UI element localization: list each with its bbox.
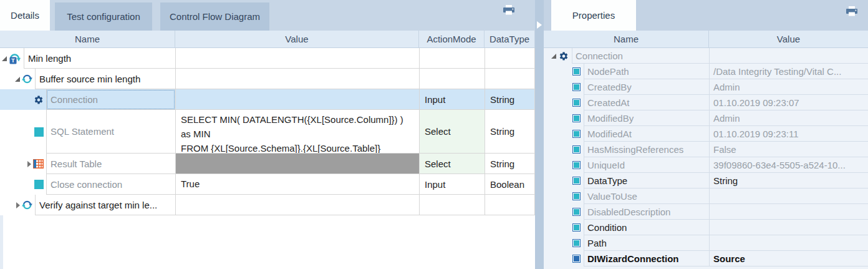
property-value-cell[interactable]: 01.10.2019 09:23:07 bbox=[709, 95, 868, 110]
property-row[interactable]: CreatedAt01.10.2019 09:23:07 bbox=[544, 95, 868, 110]
column-header-name[interactable]: Name bbox=[0, 31, 175, 47]
action-mode-cell[interactable] bbox=[419, 195, 485, 215]
row-value-cell[interactable] bbox=[175, 69, 419, 89]
action-mode-cell[interactable]: Select bbox=[419, 110, 485, 154]
property-row[interactable]: DataTypeString bbox=[544, 173, 868, 188]
property-value-cell[interactable]: String bbox=[709, 173, 868, 188]
property-icon bbox=[572, 67, 581, 76]
property-value-cell[interactable]: Admin bbox=[709, 110, 868, 126]
property-row[interactable]: DIWizardConnectionSource bbox=[544, 251, 868, 267]
property-value-cell[interactable]: 39f09860-63e4-5505-a524-10... bbox=[709, 157, 868, 173]
expander-icon[interactable] bbox=[2, 56, 7, 61]
property-value-cell[interactable] bbox=[709, 235, 868, 251]
property-value-cell[interactable]: 01.10.2019 09:23:11 bbox=[709, 126, 868, 142]
property-name-cell[interactable]: NodePath bbox=[584, 64, 709, 79]
property-row[interactable]: DisabledDescription bbox=[544, 204, 868, 220]
property-value-cell[interactable]: False bbox=[709, 142, 868, 157]
row-value-cell[interactable] bbox=[175, 48, 419, 69]
column-header-name[interactable]: Name bbox=[544, 31, 709, 47]
printer-icon[interactable] bbox=[502, 5, 516, 17]
data-type-cell[interactable]: String bbox=[485, 110, 535, 154]
property-name-cell[interactable]: DIWizardConnection bbox=[584, 251, 709, 267]
data-type-cell[interactable]: Boolean bbox=[485, 174, 535, 195]
expander-icon[interactable] bbox=[15, 77, 20, 82]
property-value-cell[interactable]: Admin bbox=[709, 79, 868, 95]
table-row[interactable]: Result TableSelectString bbox=[0, 154, 535, 174]
tab-details[interactable]: Details bbox=[0, 0, 50, 31]
property-row[interactable]: Condition bbox=[544, 220, 868, 235]
action-mode-cell[interactable]: Input bbox=[419, 174, 485, 195]
property-row[interactable]: NodePath/Data Integrity Testing/Vital C.… bbox=[544, 64, 868, 79]
property-name-cell[interactable]: Path bbox=[584, 235, 709, 251]
property-name-cell[interactable]: ModifiedAt bbox=[584, 126, 709, 142]
tree-indent bbox=[544, 48, 572, 64]
column-header-datatype[interactable]: DataType bbox=[485, 31, 535, 47]
action-mode-cell[interactable]: Input bbox=[419, 89, 485, 110]
property-row[interactable]: ModifiedByAdmin bbox=[544, 110, 868, 126]
property-row[interactable]: ValueToUse bbox=[544, 188, 868, 204]
row-value-cell[interactable] bbox=[175, 154, 419, 174]
property-name-cell[interactable]: CreatedBy bbox=[584, 79, 709, 95]
row-value-cell[interactable]: SELECT MIN( DATALENGTH({XL[Source.Column… bbox=[175, 110, 419, 154]
property-name-cell[interactable]: Condition bbox=[584, 220, 709, 235]
property-row[interactable]: CreatedByAdmin bbox=[544, 79, 868, 95]
table-row[interactable]: Close connectionTrueInputBoolean bbox=[0, 174, 535, 195]
property-icon bbox=[572, 83, 581, 91]
property-name-cell[interactable]: ModifiedBy bbox=[584, 110, 709, 126]
property-name-cell[interactable]: ValueToUse bbox=[584, 188, 709, 204]
data-type-cell[interactable] bbox=[485, 195, 535, 215]
row-name-cell[interactable]: Connection bbox=[46, 89, 175, 110]
property-name-cell[interactable]: DisabledDescription bbox=[584, 204, 709, 220]
property-row[interactable]: HasMissingReferencesFalse bbox=[544, 142, 868, 157]
action-mode-cell[interactable]: Select bbox=[419, 154, 485, 174]
printer-icon[interactable] bbox=[845, 6, 859, 19]
right-tabstrip: Properties bbox=[544, 0, 868, 31]
collapse-panel-arrow-icon[interactable] bbox=[537, 21, 542, 29]
expander-icon[interactable] bbox=[16, 202, 20, 208]
tab-test-configuration[interactable]: Test configuration bbox=[55, 2, 152, 31]
property-value-cell[interactable] bbox=[709, 220, 868, 235]
property-name-cell[interactable]: UniqueId bbox=[584, 157, 709, 173]
data-type-cell[interactable] bbox=[485, 69, 535, 89]
tab-properties[interactable]: Properties bbox=[551, 0, 636, 31]
property-name-cell[interactable]: CreatedAt bbox=[584, 95, 709, 110]
table-row[interactable]: ConnectionInputString bbox=[0, 89, 535, 110]
property-value-cell[interactable] bbox=[709, 204, 868, 220]
column-header-value[interactable]: Value bbox=[175, 31, 419, 47]
row-value-cell[interactable] bbox=[175, 195, 419, 215]
row-name-cell[interactable]: Close connection bbox=[46, 174, 175, 195]
property-value-cell[interactable]: /Data Integrity Testing/Vital C... bbox=[709, 64, 868, 79]
property-row[interactable]: Path bbox=[544, 235, 868, 251]
property-value-cell[interactable] bbox=[709, 188, 868, 204]
property-name-cell[interactable]: DataType bbox=[584, 173, 709, 188]
expander-icon[interactable] bbox=[27, 161, 31, 167]
panel-splitter[interactable] bbox=[535, 0, 544, 269]
row-value-cell[interactable]: True bbox=[175, 174, 419, 195]
action-mode-cell[interactable] bbox=[419, 48, 485, 69]
expander-icon[interactable] bbox=[551, 54, 556, 59]
property-row[interactable]: UniqueId39f09860-63e4-5505-a524-10... bbox=[544, 157, 868, 173]
table-row[interactable]: TMin length bbox=[0, 48, 535, 69]
table-row[interactable]: Verify against target min le... bbox=[0, 195, 535, 215]
column-header-value[interactable]: Value bbox=[709, 31, 868, 47]
row-name-cell[interactable]: Result Table bbox=[46, 154, 175, 174]
property-value-cell[interactable]: Source bbox=[709, 251, 868, 267]
property-row[interactable]: Connection bbox=[544, 48, 868, 64]
data-type-cell[interactable]: String bbox=[485, 89, 535, 110]
data-type-cell[interactable] bbox=[485, 48, 535, 69]
row-value-cell[interactable] bbox=[175, 89, 419, 110]
row-name-cell[interactable]: Verify against target min le... bbox=[35, 195, 175, 215]
property-row[interactable]: ModifiedAt01.10.2019 09:23:11 bbox=[544, 126, 868, 142]
property-name-cell[interactable]: HasMissingReferences bbox=[584, 142, 709, 157]
row-name-cell[interactable]: SQL Statement bbox=[46, 110, 175, 154]
row-name-cell[interactable]: Buffer source min length bbox=[35, 69, 175, 89]
tab-control-flow-diagram[interactable]: Control Flow Diagram bbox=[160, 2, 269, 31]
table-row[interactable]: SQL StatementSELECT MIN( DATALENGTH({XL[… bbox=[0, 110, 535, 154]
property-name-cell[interactable]: Connection bbox=[572, 48, 709, 64]
table-row[interactable]: Buffer source min length bbox=[0, 69, 535, 89]
data-type-cell[interactable]: String bbox=[485, 154, 535, 174]
column-header-actionmode[interactable]: ActionMode bbox=[419, 31, 485, 47]
action-mode-cell[interactable] bbox=[419, 69, 485, 89]
property-value-cell[interactable] bbox=[709, 48, 868, 64]
row-name-cell[interactable]: Min length bbox=[24, 48, 175, 69]
